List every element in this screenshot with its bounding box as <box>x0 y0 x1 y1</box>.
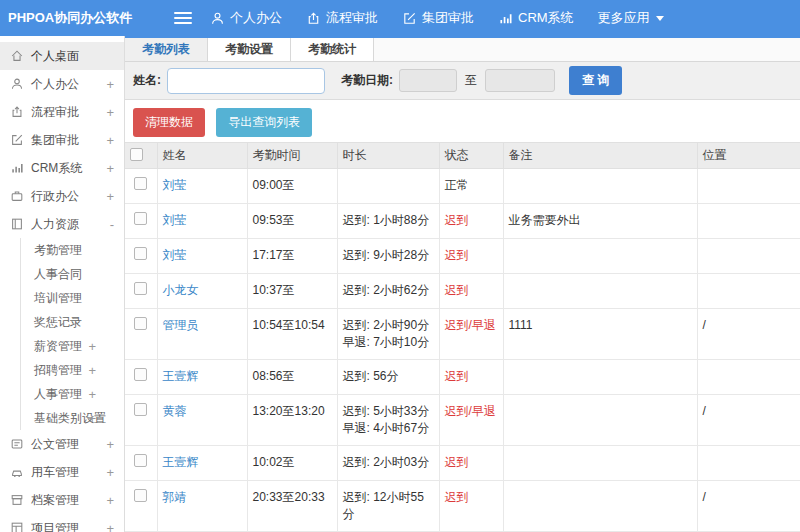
tab-考勤列表[interactable]: 考勤列表 <box>125 38 208 61</box>
employee-name-link[interactable]: 刘莹 <box>163 213 187 227</box>
note-cell <box>503 481 697 532</box>
sidebar-item-个人办公[interactable]: 个人办公 + <box>0 70 124 98</box>
expand-toggle-icon[interactable]: + <box>106 189 114 204</box>
top-nav-item[interactable]: CRM系统 <box>498 9 574 27</box>
briefcase-icon <box>10 189 24 203</box>
expand-toggle-icon[interactable]: + <box>106 521 114 532</box>
row-checkbox[interactable] <box>134 177 147 190</box>
date-from-input[interactable] <box>399 69 457 92</box>
employee-name-link[interactable]: 王壹辉 <box>163 455 199 469</box>
name-cell: 刘莹 <box>157 169 247 204</box>
sidebar-item-招聘管理[interactable]: 招聘管理 + <box>20 358 124 382</box>
row-checkbox[interactable] <box>134 368 147 381</box>
employee-name-link[interactable]: 郭靖 <box>163 490 187 504</box>
employee-name-link[interactable]: 小龙女 <box>163 283 199 297</box>
name-filter-label: 姓名: <box>133 72 161 89</box>
row-checkbox[interactable] <box>134 212 147 225</box>
date-to-input[interactable] <box>485 69 555 92</box>
sidebar-item-用车管理[interactable]: 用车管理 + <box>0 458 124 486</box>
expand-toggle-icon[interactable]: - <box>110 217 114 232</box>
tab-bar: 考勤列表 考勤设置 考勤统计 <box>125 36 800 62</box>
employee-name-link[interactable]: 管理员 <box>163 318 199 332</box>
name-cell: 小龙女 <box>157 274 247 309</box>
duration-cell: 迟到: 2小时90分早退: 7小时10分 <box>337 309 439 360</box>
expand-toggle-icon[interactable]: + <box>106 437 114 452</box>
sidebar-item-薪资管理[interactable]: 薪资管理 + <box>20 334 124 358</box>
row-checkbox[interactable] <box>134 454 147 467</box>
user-icon <box>210 11 225 26</box>
sidebar-item-label: 公文管理 <box>31 436 79 453</box>
clean-data-button[interactable]: 清理数据 <box>133 108 205 137</box>
sidebar-item-人事管理[interactable]: 人事管理 + <box>20 382 124 406</box>
location-cell <box>697 239 800 274</box>
sidebar-item-培训管理[interactable]: 培训管理 <box>20 286 124 310</box>
edit-icon <box>402 11 417 26</box>
top-nav-item-label: CRM系统 <box>518 9 574 27</box>
project-icon <box>10 521 24 532</box>
expand-toggle-icon[interactable]: + <box>88 411 96 426</box>
archive-icon <box>10 493 24 507</box>
row-checkbox[interactable] <box>134 282 147 295</box>
sidebar-item-奖惩记录[interactable]: 奖惩记录 <box>20 310 124 334</box>
employee-name-link[interactable]: 刘莹 <box>163 178 187 192</box>
column-header-考勤时间: 考勤时间 <box>247 143 337 169</box>
sidebar-item-集团审批[interactable]: 集团审批 + <box>0 126 124 154</box>
column-header-备注: 备注 <box>503 143 697 169</box>
employee-name-link[interactable]: 王壹辉 <box>163 369 199 383</box>
top-nav: 个人办公 流程审批 集团审批 CRM系统 更多应用 <box>210 9 688 27</box>
hamburger-menu-icon[interactable] <box>174 9 192 27</box>
expand-toggle-icon[interactable]: + <box>106 133 114 148</box>
bar-chart-icon <box>10 161 24 175</box>
car-icon <box>10 465 24 479</box>
expand-toggle-icon[interactable]: + <box>106 77 114 92</box>
name-cell: 郭靖 <box>157 481 247 532</box>
sidebar-item-人力资源[interactable]: 人力资源 - <box>0 210 124 238</box>
name-filter-input[interactable] <box>167 68 325 94</box>
sidebar-item-CRM系统[interactable]: CRM系统 + <box>0 154 124 182</box>
sidebar-item-label: 项目管理 <box>31 520 79 532</box>
employee-name-link[interactable]: 黄蓉 <box>163 404 187 418</box>
top-nav-item[interactable]: 集团审批 <box>402 9 474 27</box>
tab-考勤统计[interactable]: 考勤统计 <box>291 38 374 61</box>
sidebar-item-个人桌面[interactable]: 个人桌面 <box>0 42 124 70</box>
share-icon <box>306 11 321 26</box>
top-nav-item-label: 个人办公 <box>230 9 282 27</box>
sidebar-item-label: 招聘管理 <box>34 362 82 379</box>
sidebar-item-基础类别设置[interactable]: 基础类别设置 + <box>20 406 124 430</box>
expand-toggle-icon[interactable]: + <box>106 465 114 480</box>
expand-toggle-icon[interactable]: + <box>106 161 114 176</box>
employee-name-link[interactable]: 刘莹 <box>163 248 187 262</box>
tab-考勤设置[interactable]: 考勤设置 <box>208 38 291 61</box>
sidebar-item-项目管理[interactable]: 项目管理 + <box>0 514 124 532</box>
expand-toggle-icon[interactable]: + <box>88 387 96 402</box>
share-icon <box>10 105 24 119</box>
row-checkbox[interactable] <box>134 403 147 416</box>
expand-toggle-icon[interactable]: + <box>106 105 114 120</box>
sidebar-item-考勤管理[interactable]: 考勤管理 <box>20 238 124 262</box>
table-row: 黄蓉 13:20至13:20 迟到: 5小时33分早退: 4小时67分 迟到/早… <box>125 395 800 446</box>
export-list-button[interactable]: 导出查询列表 <box>216 108 312 137</box>
row-checkbox[interactable] <box>134 489 147 502</box>
row-checkbox[interactable] <box>134 317 147 330</box>
expand-toggle-icon[interactable]: + <box>88 339 96 354</box>
row-checkbox[interactable] <box>134 247 147 260</box>
expand-toggle-icon[interactable]: + <box>106 493 114 508</box>
sidebar-item-行政办公[interactable]: 行政办公 + <box>0 182 124 210</box>
expand-toggle-icon[interactable]: + <box>88 363 96 378</box>
top-nav-item[interactable]: 个人办公 <box>210 9 282 27</box>
sidebar-item-流程审批[interactable]: 流程审批 + <box>0 98 124 126</box>
select-all-checkbox[interactable] <box>130 148 143 161</box>
sidebar-item-档案管理[interactable]: 档案管理 + <box>0 486 124 514</box>
top-nav-item[interactable]: 流程审批 <box>306 9 378 27</box>
note-cell <box>503 239 697 274</box>
sidebar-item-label: 培训管理 <box>34 290 82 307</box>
attendance-time-cell: 13:20至13:20 <box>247 395 337 446</box>
top-nav-item[interactable]: 更多应用 <box>598 9 664 27</box>
table-row: 郭靖 20:33至20:33 迟到: 12小时55分 迟到 / <box>125 481 800 532</box>
attendance-time-cell: 10:54至10:54 <box>247 309 337 360</box>
bar-chart-icon <box>498 11 513 26</box>
sidebar-item-公文管理[interactable]: 公文管理 + <box>0 430 124 458</box>
sidebar-item-人事合同[interactable]: 人事合同 <box>20 262 124 286</box>
table-row: 小龙女 10:37至 迟到: 2小时62分 迟到 <box>125 274 800 309</box>
search-button[interactable]: 查 询 <box>569 66 622 95</box>
